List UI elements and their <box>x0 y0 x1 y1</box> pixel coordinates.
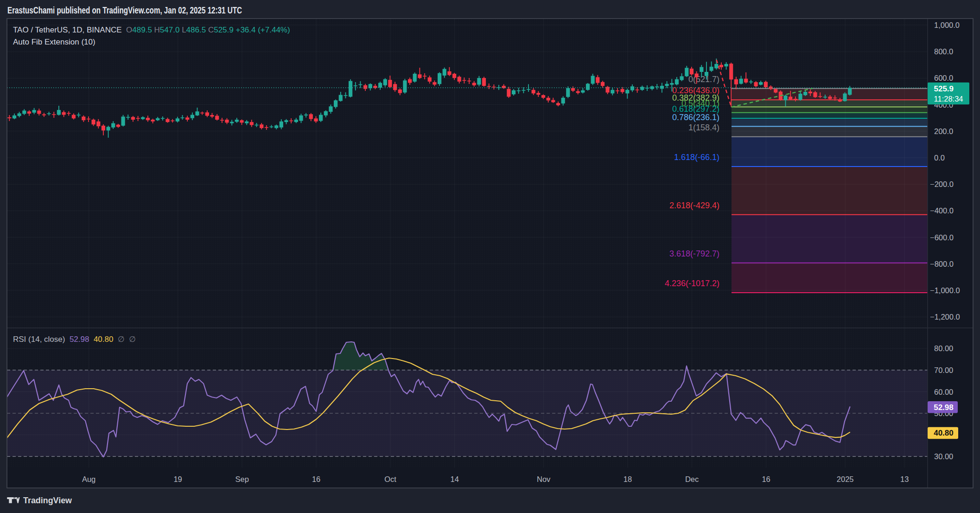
svg-text:1(158.4): 1(158.4) <box>688 123 719 132</box>
svg-text:525.9: 525.9 <box>934 84 954 93</box>
svg-text:−600.0: −600.0 <box>930 233 954 242</box>
svg-text:−1,000.0: −1,000.0 <box>930 286 960 295</box>
svg-text:Aug: Aug <box>82 475 95 483</box>
svg-text:13: 13 <box>900 475 909 483</box>
svg-text:0.0: 0.0 <box>934 154 945 162</box>
svg-text:1,000.0: 1,000.0 <box>934 21 960 29</box>
svg-text:2.618(-429.4): 2.618(-429.4) <box>669 201 719 210</box>
svg-text:200.0: 200.0 <box>934 127 953 135</box>
svg-text:2025: 2025 <box>837 475 854 483</box>
svg-text:18: 18 <box>624 475 632 483</box>
svg-text:800.0: 800.0 <box>934 47 953 56</box>
svg-text:−200.0: −200.0 <box>930 180 954 188</box>
svg-text:−400.0: −400.0 <box>930 206 954 215</box>
svg-text:−800.0: −800.0 <box>930 260 954 268</box>
svg-text:60.00: 60.00 <box>934 388 953 396</box>
svg-text:16: 16 <box>312 475 320 483</box>
svg-text:Oct: Oct <box>384 475 396 483</box>
svg-text:1.618(-66.1): 1.618(-66.1) <box>674 153 719 162</box>
svg-text:Nov: Nov <box>537 475 551 483</box>
svg-text:70.00: 70.00 <box>934 366 953 374</box>
svg-text:11:28:34: 11:28:34 <box>934 95 963 103</box>
svg-text:TAO / TetherUS, 1D, BINANCE O: TAO / TetherUS, 1D, BINANCE O489.5 H547.… <box>13 26 290 34</box>
svg-text:16: 16 <box>762 475 770 483</box>
svg-text:RSI (14, close) 52.98 40.80: RSI (14, close) 52.98 40.80 ∅ ∅ <box>13 335 136 344</box>
svg-text:19: 19 <box>173 475 182 483</box>
svg-text:40.80: 40.80 <box>934 429 954 437</box>
svg-text:ErastusChami published on Trad: ErastusChami published on TradingView.co… <box>7 5 242 15</box>
svg-text:14: 14 <box>451 475 459 483</box>
svg-text:30.00: 30.00 <box>934 452 953 461</box>
svg-text:0.786(236.1): 0.786(236.1) <box>672 113 719 122</box>
svg-text:0(521.7): 0(521.7) <box>688 75 719 84</box>
svg-text:52.98: 52.98 <box>934 403 954 412</box>
svg-text:Sep: Sep <box>235 475 249 483</box>
svg-text:80.00: 80.00 <box>934 344 953 353</box>
svg-text:−1,200.0: −1,200.0 <box>930 313 960 321</box>
svg-text:Auto Fib Extension (10): Auto Fib Extension (10) <box>13 38 95 46</box>
svg-text:4.236(-1017.2): 4.236(-1017.2) <box>665 279 719 288</box>
svg-text:3.618(-792.7): 3.618(-792.7) <box>669 249 719 258</box>
svg-text:600.0: 600.0 <box>934 74 953 82</box>
svg-text:Dec: Dec <box>685 475 699 483</box>
svg-text:TradingView: TradingView <box>23 495 72 505</box>
